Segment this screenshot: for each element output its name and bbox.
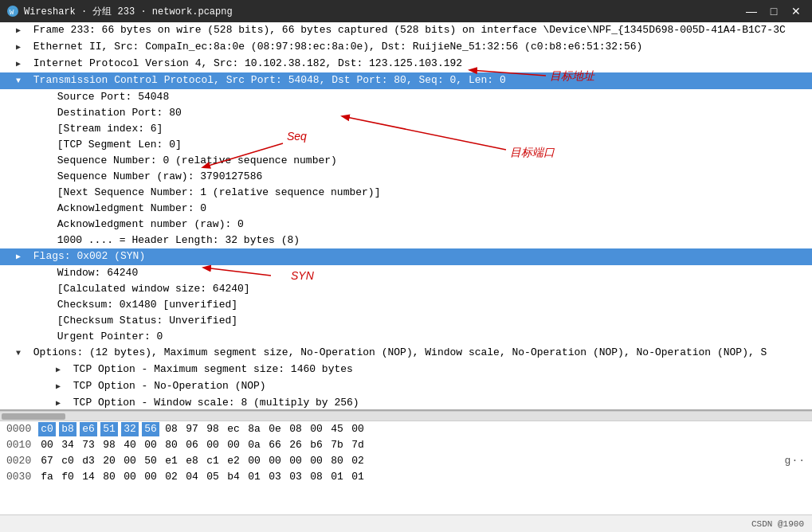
hex-byte-0-14[interactable]: 45	[328, 422, 346, 436]
hex-byte-1-9[interactable]: 00	[225, 438, 242, 452]
maximize-button[interactable]: □	[764, 3, 783, 19]
close-button[interactable]: ✕	[787, 3, 806, 19]
hex-byte-2-5[interactable]: 50	[142, 454, 159, 468]
hex-byte-3-0[interactable]: fa	[38, 470, 56, 484]
hex-byte-3-7[interactable]: 04	[183, 470, 201, 484]
hex-byte-0-0[interactable]: c0	[38, 422, 56, 436]
detail-row-14[interactable]: ▶ Flags: 0x002 (SYN)	[0, 248, 812, 265]
hex-byte-1-11[interactable]: 66	[266, 438, 284, 452]
hex-byte-1-10[interactable]: 0a	[245, 438, 263, 452]
hex-byte-1-12[interactable]: 26	[287, 438, 304, 452]
horizontal-scrollbar[interactable]	[0, 411, 812, 421]
hex-byte-0-10[interactable]: 8a	[245, 422, 263, 436]
hex-byte-1-6[interactable]: 80	[163, 438, 180, 452]
detail-row-15[interactable]: Window: 64240	[0, 265, 812, 281]
hex-byte-0-5[interactable]: 56	[142, 422, 159, 436]
hex-byte-2-2[interactable]: d3	[80, 454, 97, 468]
expand-arrow-2[interactable]: ▶	[16, 57, 27, 72]
hex-byte-2-8[interactable]: c1	[204, 454, 222, 468]
hex-byte-3-12[interactable]: 03	[287, 470, 304, 484]
detail-row-1[interactable]: ▶ Ethernet II, Src: CompaIn_ec:8a:0e (08…	[0, 39, 812, 56]
hex-byte-2-15[interactable]: 02	[349, 454, 367, 468]
minimize-button[interactable]: —	[742, 3, 761, 19]
hex-byte-3-9[interactable]: b4	[225, 470, 242, 484]
packet-detail-panel[interactable]: ▶ Frame 233: 66 bytes on wire (528 bits)…	[0, 22, 812, 411]
detail-row-19[interactable]: Urgent Pointer: 0	[0, 329, 812, 345]
hex-byte-0-12[interactable]: 08	[287, 422, 304, 436]
hex-byte-0-15[interactable]: 00	[349, 422, 367, 436]
hex-byte-0-9[interactable]: ec	[225, 422, 242, 436]
hex-byte-0-1[interactable]: b8	[59, 422, 76, 436]
hex-byte-1-0[interactable]: 00	[38, 438, 56, 452]
detail-row-11[interactable]: Acknowledgment Number: 0	[0, 201, 812, 217]
hex-byte-0-13[interactable]: 00	[308, 422, 325, 436]
hex-byte-1-7[interactable]: 06	[183, 438, 201, 452]
hex-byte-2-12[interactable]: 00	[287, 454, 304, 468]
detail-row-3[interactable]: ▼ Transmission Control Protocol, Src Por…	[0, 72, 812, 89]
detail-row-13[interactable]: 1000 .... = Header Length: 32 bytes (8)	[0, 233, 812, 248]
hex-byte-3-6[interactable]: 02	[163, 470, 180, 484]
detail-row-17[interactable]: Checksum: 0x1480 [unverified]	[0, 297, 812, 313]
expand-arrow-14[interactable]: ▶	[16, 250, 27, 264]
hex-byte-2-6[interactable]: e1	[163, 454, 180, 468]
hex-byte-2-13[interactable]: 00	[308, 454, 325, 468]
hex-byte-1-4[interactable]: 40	[121, 438, 139, 452]
hex-byte-1-2[interactable]: 73	[80, 438, 97, 452]
expand-arrow-1[interactable]: ▶	[16, 41, 27, 55]
hex-byte-3-2[interactable]: 14	[80, 470, 97, 484]
detail-row-2[interactable]: ▶ Internet Protocol Version 4, Src: 10.1…	[0, 56, 812, 72]
detail-row-5[interactable]: Destination Port: 80	[0, 105, 812, 121]
detail-row-4[interactable]: Source Port: 54048	[0, 89, 812, 105]
hex-byte-2-11[interactable]: 00	[266, 454, 284, 468]
hex-byte-2-0[interactable]: 67	[38, 454, 56, 468]
hex-byte-3-5[interactable]: 00	[142, 470, 159, 484]
hex-byte-1-5[interactable]: 00	[142, 438, 159, 452]
expand-arrow-23[interactable]: ▶	[56, 397, 67, 411]
hex-byte-0-8[interactable]: 98	[204, 422, 222, 436]
detail-row-16[interactable]: [Calculated window size: 64240]	[0, 281, 812, 297]
detail-row-10[interactable]: [Next Sequence Number: 1 (relative seque…	[0, 185, 812, 201]
detail-row-20[interactable]: ▼ Options: (12 bytes), Maximum segment s…	[0, 345, 812, 362]
detail-row-9[interactable]: Sequence Number (raw): 3790127586	[0, 169, 812, 185]
detail-row-8[interactable]: Sequence Number: 0 (relative sequence nu…	[0, 153, 812, 169]
detail-row-23[interactable]: ▶ TCP Option - Window scale: 8 (multiply…	[0, 395, 812, 411]
hex-byte-1-15[interactable]: 7d	[349, 438, 367, 452]
hex-byte-1-3[interactable]: 98	[100, 438, 118, 452]
hex-panel[interactable]: 0000c0b8e6513256089798ec8a0e080045000010…	[0, 421, 812, 514]
hex-byte-2-1[interactable]: c0	[59, 454, 76, 468]
hex-byte-1-8[interactable]: 00	[204, 438, 222, 452]
hex-byte-0-7[interactable]: 97	[183, 422, 201, 436]
detail-row-0[interactable]: ▶ Frame 233: 66 bytes on wire (528 bits)…	[0, 22, 812, 39]
hex-byte-3-10[interactable]: 01	[245, 470, 263, 484]
scrollbar-thumb[interactable]	[2, 413, 65, 420]
hex-byte-2-10[interactable]: 00	[245, 454, 263, 468]
expand-arrow-0[interactable]: ▶	[16, 24, 27, 38]
expand-arrow-22[interactable]: ▶	[56, 380, 67, 394]
detail-row-21[interactable]: ▶ TCP Option - Maximum segment size: 146…	[0, 362, 812, 378]
hex-byte-0-2[interactable]: e6	[80, 422, 97, 436]
hex-byte-3-3[interactable]: 80	[100, 470, 118, 484]
hex-byte-3-11[interactable]: 03	[266, 470, 284, 484]
detail-row-18[interactable]: [Checksum Status: Unverified]	[0, 313, 812, 329]
hex-byte-3-8[interactable]: 05	[204, 470, 222, 484]
hex-byte-0-4[interactable]: 32	[121, 422, 139, 436]
detail-row-6[interactable]: [Stream index: 6]	[0, 121, 812, 137]
hex-byte-0-3[interactable]: 51	[100, 422, 118, 436]
detail-row-22[interactable]: ▶ TCP Option - No-Operation (NOP)	[0, 378, 812, 395]
expand-arrow-20[interactable]: ▼	[16, 346, 27, 361]
expand-arrow-3[interactable]: ▼	[16, 74, 27, 88]
hex-byte-0-6[interactable]: 08	[163, 422, 180, 436]
hex-byte-3-13[interactable]: 08	[308, 470, 325, 484]
hex-byte-2-14[interactable]: 80	[328, 454, 346, 468]
hex-byte-0-11[interactable]: 0e	[266, 422, 284, 436]
expand-arrow-21[interactable]: ▶	[56, 363, 67, 377]
hex-byte-3-14[interactable]: 01	[328, 470, 346, 484]
hex-byte-2-7[interactable]: e8	[183, 454, 201, 468]
hex-byte-3-15[interactable]: 01	[349, 470, 367, 484]
detail-row-12[interactable]: Acknowledgment number (raw): 0	[0, 217, 812, 233]
hex-byte-3-1[interactable]: f0	[59, 470, 76, 484]
hex-byte-1-13[interactable]: b6	[308, 438, 325, 452]
hex-byte-2-3[interactable]: 20	[100, 454, 118, 468]
hex-byte-3-4[interactable]: 00	[121, 470, 139, 484]
hex-byte-1-14[interactable]: 7b	[328, 438, 346, 452]
